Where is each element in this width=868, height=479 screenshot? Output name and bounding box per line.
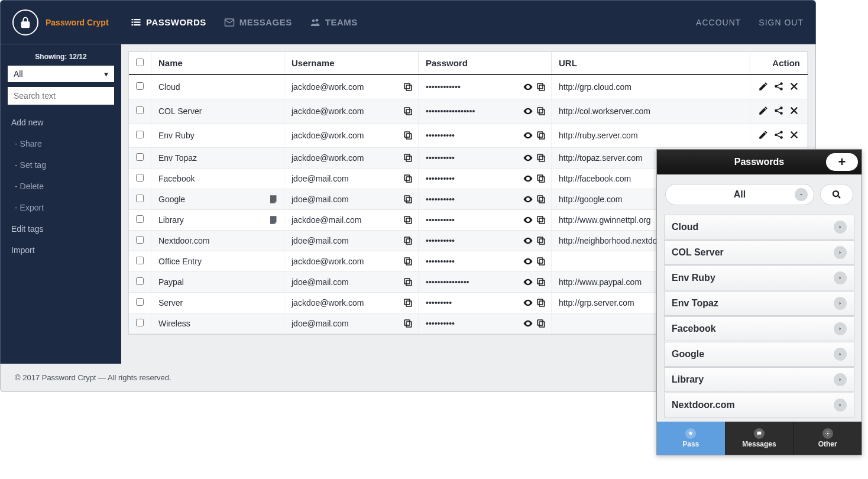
row-checkbox[interactable] [136, 257, 144, 264]
cell-url[interactable]: http://www.paypal.com [559, 277, 642, 287]
copy-icon[interactable] [536, 277, 546, 287]
copy-icon[interactable] [536, 215, 546, 225]
copy-icon[interactable] [536, 130, 546, 141]
mobile-tab-other[interactable]: Other [793, 422, 861, 455]
mobile-list-item[interactable]: Library [664, 367, 854, 392]
sidebar-edit-tags[interactable]: Edit tags [1, 218, 121, 240]
sidebar-share[interactable]: - Share [1, 133, 121, 154]
copy-icon[interactable] [403, 297, 413, 308]
eye-icon[interactable] [523, 173, 533, 184]
share-icon[interactable] [773, 80, 785, 92]
nav-messages[interactable]: MESSAGES [224, 17, 292, 28]
copy-icon[interactable] [536, 318, 546, 329]
mobile-add-button[interactable]: + [826, 153, 858, 171]
search-input[interactable] [8, 87, 114, 105]
copy-icon[interactable] [403, 173, 413, 184]
col-url-header[interactable]: URL [552, 52, 750, 75]
copy-icon[interactable] [403, 194, 413, 205]
mobile-list-item[interactable]: Env Ruby [664, 266, 854, 290]
nav-passwords[interactable]: PASSWORDS [131, 17, 206, 28]
eye-icon[interactable] [523, 256, 533, 267]
eye-icon[interactable] [523, 297, 533, 308]
cell-url[interactable]: http://col.workserver.com [559, 106, 650, 116]
row-checkbox[interactable] [136, 236, 144, 244]
row-checkbox[interactable] [136, 319, 144, 326]
tag-filter-select[interactable]: All ▾ [8, 66, 114, 82]
copy-icon[interactable] [403, 318, 413, 329]
row-checkbox[interactable] [136, 195, 144, 202]
cell-url[interactable]: http://google.com [559, 195, 622, 204]
mobile-filter-select[interactable]: All [665, 184, 814, 205]
copy-icon[interactable] [403, 235, 413, 246]
eye-icon[interactable] [523, 215, 533, 225]
share-icon[interactable] [773, 129, 785, 141]
note-icon[interactable] [268, 215, 279, 225]
sidebar-set-tag[interactable]: - Set tag [1, 154, 121, 176]
share-icon[interactable] [773, 105, 785, 116]
delete-icon[interactable] [788, 80, 800, 92]
cell-url[interactable]: http://grp.server.com [559, 298, 634, 308]
eye-icon[interactable] [523, 194, 533, 205]
copy-icon[interactable] [536, 153, 546, 163]
edit-icon[interactable] [757, 80, 769, 92]
col-password-header[interactable]: Password [419, 52, 552, 75]
mobile-search-button[interactable] [820, 184, 853, 205]
copy-icon[interactable] [403, 82, 413, 92]
edit-icon[interactable] [757, 105, 769, 116]
sidebar-import[interactable]: Import [1, 240, 121, 261]
row-checkbox[interactable] [136, 82, 144, 90]
row-checkbox[interactable] [136, 298, 144, 306]
eye-icon[interactable] [523, 235, 533, 246]
copy-icon[interactable] [536, 256, 546, 267]
copy-icon[interactable] [536, 82, 546, 92]
row-checkbox[interactable] [136, 215, 144, 223]
copy-icon[interactable] [536, 297, 546, 308]
mobile-tab-messages[interactable]: Messages [726, 422, 794, 455]
copy-icon[interactable] [536, 194, 546, 205]
nav-teams[interactable]: TEAMS [310, 17, 358, 28]
copy-icon[interactable] [403, 130, 413, 141]
mobile-list-item[interactable]: Env Topaz [664, 291, 854, 316]
account-link[interactable]: ACCOUNT [696, 18, 741, 27]
mobile-list-item[interactable]: Nextdoor.com [664, 393, 854, 417]
delete-icon[interactable] [788, 105, 800, 116]
sidebar-delete[interactable]: - Delete [1, 176, 121, 197]
select-all-checkbox[interactable] [136, 59, 144, 66]
eye-icon[interactable] [523, 106, 533, 116]
sidebar-add-new[interactable]: Add new [1, 112, 121, 133]
copy-icon[interactable] [403, 277, 413, 287]
row-checkbox[interactable] [136, 153, 144, 161]
mobile-list-item[interactable]: Cloud [664, 215, 854, 240]
cell-url[interactable]: http://grp.cloud.com [559, 82, 631, 92]
cell-url[interactable]: http://topaz.server.com [559, 153, 643, 163]
copy-icon[interactable] [536, 106, 546, 116]
mobile-list-item[interactable]: Facebook [664, 316, 854, 341]
edit-icon[interactable] [757, 129, 769, 141]
cell-url[interactable]: http://neighborhood.nextdoor [559, 236, 665, 245]
eye-icon[interactable] [523, 318, 533, 329]
row-checkbox[interactable] [136, 277, 144, 285]
copy-icon[interactable] [403, 256, 413, 267]
copy-icon[interactable] [536, 235, 546, 246]
signout-link[interactable]: SIGN OUT [759, 18, 804, 27]
eye-icon[interactable] [523, 153, 533, 163]
cell-url[interactable]: http://ruby.server.com [559, 131, 638, 140]
eye-icon[interactable] [523, 130, 533, 141]
copy-icon[interactable] [403, 153, 413, 163]
mobile-list-item[interactable]: Google [664, 342, 854, 367]
copy-icon[interactable] [536, 173, 546, 184]
mobile-list-item[interactable]: COL Server [664, 240, 854, 265]
cell-url[interactable]: http://www.gwinnettpl.org [559, 215, 651, 225]
row-checkbox[interactable] [136, 106, 144, 114]
col-name-header[interactable]: Name [151, 52, 284, 75]
cell-url[interactable]: http://facebook.com [559, 174, 631, 183]
row-checkbox[interactable] [136, 131, 144, 138]
copy-icon[interactable] [403, 215, 413, 225]
sidebar-export[interactable]: - Export [1, 197, 121, 218]
note-icon[interactable] [268, 194, 279, 205]
eye-icon[interactable] [523, 82, 533, 92]
row-checkbox[interactable] [136, 174, 144, 182]
delete-icon[interactable] [788, 129, 800, 141]
copy-icon[interactable] [403, 106, 413, 116]
col-username-header[interactable]: Username [284, 52, 419, 75]
